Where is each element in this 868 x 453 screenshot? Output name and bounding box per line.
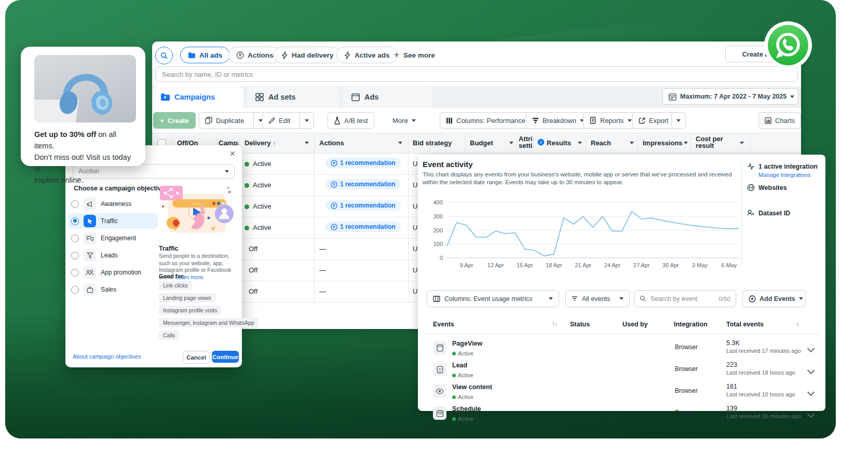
plus-circle-icon	[749, 295, 756, 303]
objective-option-engagement[interactable]: Engagement	[69, 230, 158, 246]
pulse-icon	[747, 163, 755, 170]
event-row[interactable]: ScheduleActiveBrowser139Last received 16…	[418, 404, 825, 426]
edit-button[interactable]: Edit	[263, 113, 296, 128]
chevron-down-icon[interactable]	[807, 410, 815, 418]
see-more-label: See more	[403, 51, 435, 59]
close-icon[interactable]: ✕	[229, 149, 236, 158]
recommendation-pill[interactable]: 1 recommendation	[326, 179, 401, 190]
radio-traffic[interactable]	[71, 217, 79, 225]
event-row[interactable]: View contentActiveBrowser161Last receive…	[418, 382, 825, 404]
chevron-down-icon[interactable]	[807, 367, 815, 374]
ev-col-integration: Integration	[674, 321, 708, 328]
traffic-icon	[84, 215, 96, 227]
event-total: 223	[726, 361, 737, 368]
recommendation-pill[interactable]: 1 recommendation	[326, 158, 401, 169]
objective-option-leads[interactable]: Leads	[69, 248, 158, 263]
status-dot-active	[452, 417, 456, 421]
more-button[interactable]: More	[387, 112, 422, 129]
edit-button-group[interactable]: Edit	[262, 112, 314, 129]
event-columns-button[interactable]: Columns: Event usage metrics	[427, 290, 559, 307]
manage-integrations-link[interactable]: Manage Integrations	[758, 172, 810, 178]
tab-ads[interactable]: Ads	[343, 86, 432, 108]
sort-down-icon[interactable]: ↓	[796, 320, 799, 327]
search-toggle-button[interactable]	[155, 47, 173, 64]
col-budget-caret[interactable]	[509, 142, 513, 144]
radio-sales[interactable]	[71, 286, 79, 294]
objective-option-app_promotion[interactable]: App promotion	[69, 265, 158, 280]
radio-awareness[interactable]	[71, 200, 79, 208]
app_promotion-icon	[84, 266, 96, 279]
col-cost-caret[interactable]	[740, 142, 744, 144]
radio-engagement[interactable]	[71, 235, 79, 242]
delivery-status: Off	[249, 266, 257, 274]
col-delivery-caret[interactable]	[305, 142, 309, 144]
calendar-icon	[669, 93, 676, 101]
sort-icon[interactable]: ↑↓	[552, 320, 558, 326]
col-results-caret[interactable]	[578, 142, 582, 144]
chevron-down-icon	[676, 119, 681, 122]
create-button[interactable]: + Create	[153, 112, 196, 129]
recommendation-pill[interactable]: 1 recommendation	[326, 200, 401, 211]
chevron-down-icon[interactable]	[807, 389, 815, 396]
sort-up-icon: ↑	[273, 139, 276, 147]
filter-chip-had-delivery[interactable]: Had delivery	[274, 47, 341, 63]
svg-text:24 Apr: 24 Apr	[604, 262, 621, 268]
objective-option-awareness[interactable]: Awareness	[69, 196, 158, 212]
reports-button[interactable]: Reports	[583, 112, 638, 129]
col-actions-caret[interactable]	[398, 142, 402, 144]
ab-test-button[interactable]: A/B test	[328, 112, 374, 129]
chart-icon	[765, 117, 771, 124]
tab-ad-sets[interactable]: Ad sets	[247, 86, 339, 108]
export-dropdown[interactable]	[671, 112, 686, 129]
see-more-button[interactable]: + See more	[394, 47, 435, 63]
svg-text:18 Apr: 18 Apr	[546, 262, 562, 268]
filter-chip-all-ads[interactable]: All ads	[180, 47, 230, 63]
search-input[interactable]: Search by name, ID or metrics	[155, 66, 798, 82]
col-actions: Actions	[319, 139, 344, 147]
arrow-up-circle-icon	[331, 181, 337, 188]
filter-chip-active-ads[interactable]: Active ads	[336, 47, 398, 63]
event-last-received: Last received 18 hours ago	[726, 369, 795, 376]
objective-option-sales[interactable]: Sales	[69, 282, 158, 297]
event-integration: Browser	[675, 365, 698, 373]
objective-option-traffic[interactable]: Traffic	[69, 213, 158, 229]
whatsapp-badge[interactable]	[764, 21, 812, 70]
about-objectives-link[interactable]: About campaign objectives	[73, 353, 141, 360]
cancel-button[interactable]: Cancel	[183, 351, 210, 364]
export-button[interactable]: Export	[632, 112, 675, 129]
tab-label: Campaigns	[174, 93, 215, 101]
recommendation-pill[interactable]: 1 recommendation	[326, 222, 401, 232]
breakdown-button[interactable]: Breakdown	[526, 112, 590, 129]
svg-text:15 Apr: 15 Apr	[517, 262, 533, 268]
event-row[interactable]: A=LeadActiveBrowser223Last received 18 h…	[418, 361, 825, 382]
radio-app_promotion[interactable]	[71, 269, 79, 277]
objective-label: App promotion	[101, 269, 141, 276]
duplicate-button-group[interactable]: Duplicate	[199, 112, 268, 129]
leads-icon	[84, 249, 96, 262]
col-impressions-caret[interactable]	[684, 142, 688, 144]
svg-text:400: 400	[433, 199, 443, 205]
add-events-button[interactable]: Add Events	[742, 290, 806, 307]
websites-label: Websites	[758, 184, 787, 191]
chevron-down-icon	[225, 170, 229, 173]
info-icon: i	[537, 139, 545, 146]
edit-dropdown[interactable]	[300, 113, 314, 128]
event-search-input[interactable]: Search by event 0/50	[634, 290, 736, 307]
svg-text:30 Apr: 30 Apr	[662, 262, 679, 268]
radio-leads[interactable]	[71, 252, 79, 259]
tab-campaigns[interactable]: Campaigns	[152, 86, 243, 108]
continue-button[interactable]: Continue	[212, 351, 239, 363]
columns-button[interactable]: Columns: Performance	[440, 112, 539, 129]
filter-icon	[572, 296, 578, 301]
date-range-label: Maximum: 7 Apr 2022 - 7 May 2025	[680, 93, 786, 100]
ev-col-events: Events	[433, 321, 454, 328]
duplicate-button[interactable]: Duplicate	[199, 113, 250, 128]
col-reach-caret[interactable]	[630, 142, 634, 144]
charts-button[interactable]: Charts	[758, 112, 801, 129]
add-events-label: Add Events	[760, 295, 795, 303]
date-range-button[interactable]: Maximum: 7 Apr 2022 - 7 May 2025	[662, 88, 798, 105]
event-row[interactable]: PageViewActiveBrowser5.3KLast received 1…	[418, 339, 825, 361]
arrow-up-circle-icon	[331, 224, 337, 230]
event-filter-button[interactable]: All events	[565, 290, 630, 307]
chevron-down-icon[interactable]	[807, 345, 815, 352]
